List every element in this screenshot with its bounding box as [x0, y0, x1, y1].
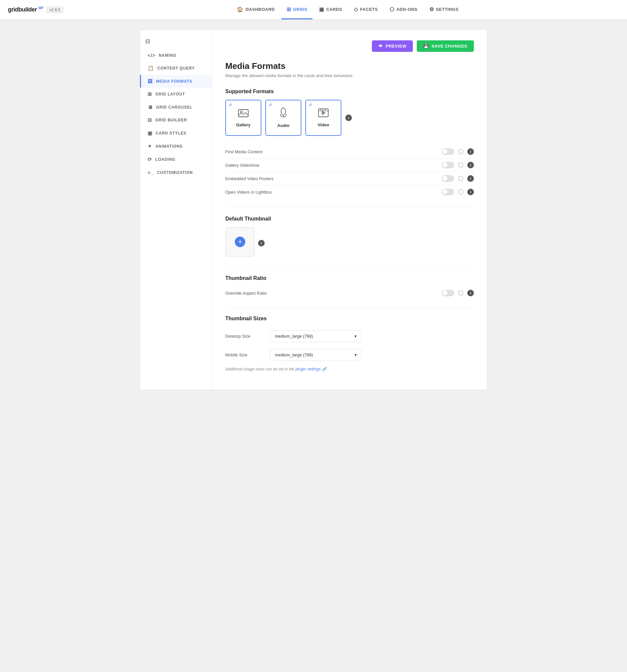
gallery-slideshow-label: Gallery Slideshow: [225, 163, 438, 168]
gallery-slideshow-radio[interactable]: [458, 162, 463, 168]
video-icon: [318, 108, 329, 120]
desktop-size-value: medium_large (768): [275, 334, 313, 339]
audio-checkmark: ✓: [269, 102, 273, 107]
media-formats-icon: 🖼: [148, 78, 153, 84]
card-styles-icon: ▣: [148, 130, 152, 136]
override-aspect-label: Override Aspect Ratio: [225, 291, 438, 296]
format-card-video[interactable]: ✓ Video: [305, 100, 342, 136]
page-title: Media Formats: [225, 61, 474, 71]
naming-icon: </>: [148, 52, 155, 58]
override-aspect-radio[interactable]: [458, 290, 463, 296]
animations-icon: ✦: [148, 143, 152, 149]
thumbnail-info-button[interactable]: i: [258, 240, 265, 246]
preview-button[interactable]: 👁 PREVIEW: [372, 40, 413, 52]
sidebar-item-grid-builder[interactable]: ⊟ GRID BUILDER: [140, 114, 212, 127]
grids-icon: ⊞: [286, 6, 291, 13]
mobile-size-row: Mobile Size medium_large (768) ▾: [225, 345, 474, 364]
thumbnail-sizes-title: Thumbnail Sizes: [225, 316, 474, 321]
facets-icon: ◇: [354, 6, 358, 13]
logo-area: gridbuilder WP v1.6.5: [8, 6, 63, 13]
audio-label: Audio: [277, 123, 290, 128]
mobile-size-value: medium_large (768): [275, 353, 313, 357]
sidebar: ⊟ </> NAMING 📋 CONTENT QUERY 🖼 MEDIA FOR…: [140, 30, 212, 390]
thumbnail-wrapper: + i: [225, 227, 474, 257]
thumbnail-upload-area[interactable]: +: [225, 227, 255, 257]
nav-dashboard[interactable]: 🏠 DASHBOARD: [231, 0, 280, 19]
nav-grids[interactable]: ⊞ GRIDS: [281, 0, 312, 19]
thumbnail-ratio-section: Thumbnail Ratio Override Aspect Ratio i: [225, 275, 474, 299]
first-media-info[interactable]: i: [467, 148, 474, 155]
sidebar-item-animations[interactable]: ✦ ANIMATIONS: [140, 140, 212, 153]
loading-icon: ⟳: [148, 157, 152, 162]
nav-cards[interactable]: ▣ CARDS: [314, 0, 347, 19]
home-icon: 🏠: [237, 6, 244, 13]
toggle-row-gallery-slideshow: Gallery Slideshow i: [225, 159, 474, 172]
customization-icon: >_: [148, 170, 154, 175]
version-badge: v1.6.5: [47, 6, 63, 13]
plugin-settings-link[interactable]: plugin settings: [296, 367, 321, 371]
svg-rect-0: [239, 110, 248, 117]
addons-icon: ⬡: [390, 6, 395, 13]
open-videos-radio[interactable]: [458, 189, 463, 195]
preview-icon: 👁: [378, 44, 383, 49]
main-content: 👁 PREVIEW 💾 SAVE CHANGES Media Formats M…: [212, 30, 487, 390]
audio-icon: [279, 107, 288, 120]
settings-icon: ⚙: [429, 6, 434, 13]
toggle-row-first-media: First Media Content i: [225, 145, 474, 159]
video-checkmark: ✓: [308, 102, 312, 107]
nav-links: 🏠 DASHBOARD ⊞ GRIDS ▣ CARDS ◇ FACETS ⬡ A…: [76, 0, 619, 19]
sidebar-item-customization[interactable]: >_ CUSTOMIZATION: [140, 166, 212, 179]
format-cards-container: ✓ Gallery ✓: [225, 100, 474, 136]
content-header: 👁 PREVIEW 💾 SAVE CHANGES: [225, 40, 474, 52]
mobile-size-dropdown[interactable]: medium_large (768) ▾: [270, 349, 362, 361]
sidebar-item-grid-layout[interactable]: ⊞ GRID LAYOUT: [140, 88, 212, 101]
video-posters-info[interactable]: i: [467, 175, 474, 182]
first-media-toggle[interactable]: [442, 148, 454, 155]
gallery-slideshow-toggle[interactable]: [442, 162, 454, 168]
sidebar-item-grid-carousel[interactable]: 🖥 GRID CAROUSEL: [140, 101, 212, 114]
video-posters-radio[interactable]: [458, 176, 463, 181]
supported-formats-section: Supported Formats ✓ Gallery: [225, 89, 474, 136]
open-videos-info[interactable]: i: [467, 189, 474, 195]
nav-addons[interactable]: ⬡ ADD-ONS: [384, 0, 423, 19]
nav-facets[interactable]: ◇ FACETS: [349, 0, 383, 19]
top-navigation: gridbuilder WP v1.6.5 🏠 DASHBOARD ⊞ GRID…: [0, 0, 627, 20]
chevron-down-icon-2: ▾: [354, 353, 357, 357]
video-label: Video: [318, 122, 329, 127]
first-media-radio[interactable]: [458, 149, 463, 154]
toggle-row-video-posters: Embedded Video Posters i: [225, 172, 474, 185]
gallery-slideshow-info[interactable]: i: [467, 162, 474, 168]
grid-carousel-icon: 🖥: [148, 104, 153, 110]
svg-point-2: [281, 108, 285, 115]
sidebar-item-media-formats[interactable]: 🖼 MEDIA FORMATS: [140, 75, 212, 88]
sidebar-item-naming[interactable]: </> NAMING: [140, 49, 212, 62]
first-media-label: First Media Content: [225, 149, 438, 154]
sidebar-item-loading[interactable]: ⟳ LOADING: [140, 153, 212, 166]
toggles-section: First Media Content i Gallery Slideshow …: [225, 145, 474, 198]
mobile-size-label: Mobile Size: [225, 353, 265, 357]
format-card-gallery[interactable]: ✓ Gallery: [225, 100, 261, 136]
desktop-size-dropdown[interactable]: medium_large (768) ▾: [270, 330, 362, 342]
toggle-row-open-videos: Open Videos in Lightbox i: [225, 185, 474, 198]
format-card-audio[interactable]: ✓ Audio: [265, 100, 301, 136]
sidebar-item-content-query[interactable]: 📋 CONTENT QUERY: [140, 62, 212, 75]
override-aspect-info[interactable]: i: [467, 290, 474, 296]
open-videos-toggle[interactable]: [442, 189, 454, 195]
grid-builder-icon: ⊟: [148, 117, 152, 123]
supported-formats-title: Supported Formats: [225, 89, 474, 95]
cards-icon: ▣: [319, 6, 324, 13]
thumbnail-add-button[interactable]: +: [235, 237, 245, 247]
default-thumbnail-title: Default Thumbnail: [225, 216, 474, 222]
desktop-size-row: Desktop Size medium_large (768) ▾: [225, 327, 474, 345]
override-aspect-toggle[interactable]: [442, 290, 454, 296]
video-posters-label: Embedded Video Posters: [225, 176, 438, 181]
nav-settings[interactable]: ⚙ SETTINGS: [424, 0, 464, 19]
save-changes-button[interactable]: 💾 SAVE CHANGES: [417, 40, 474, 52]
gallery-checkmark: ✓: [229, 102, 232, 107]
toggle-row-override-aspect: Override Aspect Ratio i: [225, 286, 474, 299]
video-posters-toggle[interactable]: [442, 175, 454, 182]
formats-info-button[interactable]: i: [345, 115, 352, 121]
thumbnail-ratio-title: Thumbnail Ratio: [225, 275, 474, 281]
sidebar-toggle[interactable]: ⊟: [140, 34, 212, 49]
sidebar-item-card-styles[interactable]: ▣ CARD STYLES: [140, 127, 212, 140]
